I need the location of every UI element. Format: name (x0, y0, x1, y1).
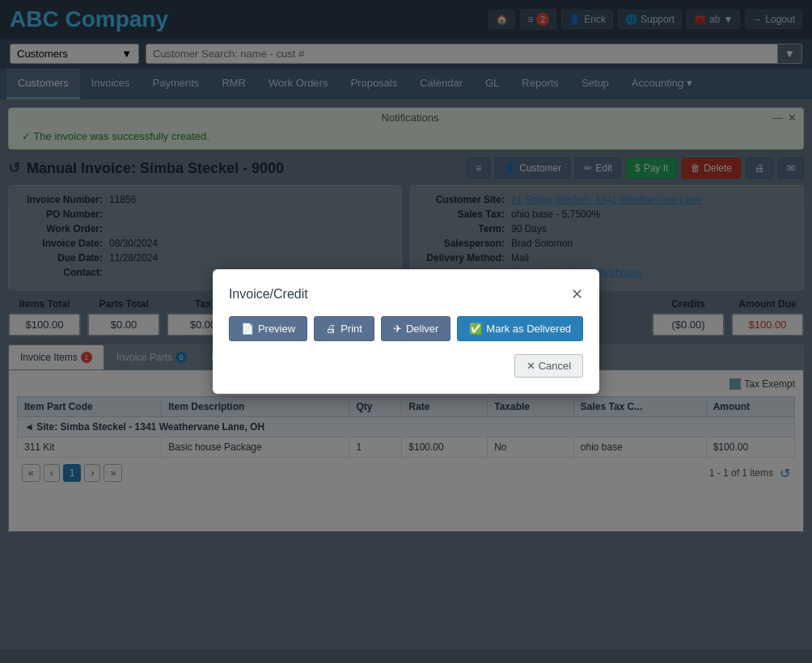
modal-close-btn[interactable]: ✕ (571, 285, 583, 303)
invoice-credit-modal: Invoice/Credit ✕ 📄 Preview 🖨 Print ✈ Del… (213, 269, 599, 394)
modal-print-btn[interactable]: 🖨 Print (314, 316, 374, 341)
modal-header: Invoice/Credit ✕ (229, 285, 583, 303)
modal-mark-delivered-btn[interactable]: ✅ Mark as Delivered (457, 316, 583, 341)
modal-preview-btn[interactable]: 📄 Preview (229, 316, 307, 341)
x-icon: ✕ (527, 360, 535, 372)
modal-deliver-btn[interactable]: ✈ Deliver (381, 316, 450, 341)
modal-overlay: Invoice/Credit ✕ 📄 Preview 🖨 Print ✈ Del… (0, 0, 812, 663)
modal-body: 📄 Preview 🖨 Print ✈ Deliver ✅ Mark as De… (229, 316, 583, 341)
modal-cancel-btn[interactable]: ✕ Cancel (514, 354, 583, 378)
modal-title: Invoice/Credit (229, 287, 308, 302)
print-icon: 🖨 (326, 323, 336, 335)
send-icon: ✈ (393, 323, 402, 335)
file-icon: 📄 (241, 323, 254, 335)
modal-footer: ✕ Cancel (229, 354, 583, 378)
check-circle-icon: ✅ (469, 323, 482, 335)
